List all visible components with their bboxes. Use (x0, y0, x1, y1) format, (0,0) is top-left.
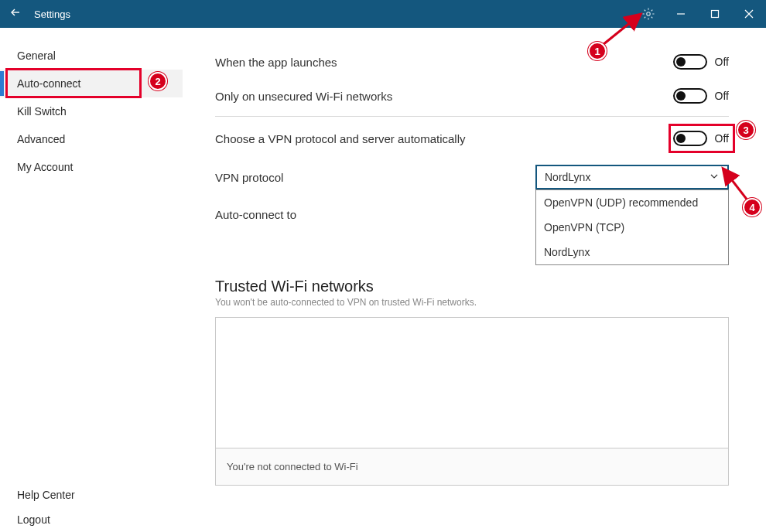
toggle-auto-protocol[interactable] (673, 131, 707, 146)
wifi-not-connected-notice: You're not connected to Wi-Fi (215, 448, 729, 486)
sidebar-item-kill-switch[interactable]: Kill Switch (0, 97, 183, 125)
window-title: Settings (34, 9, 70, 20)
setting-label: Only on unsecured Wi-Fi networks (215, 90, 673, 103)
setting-row-vpn-protocol: VPN protocol NordLynx OpenVPN (UDP) reco… (215, 160, 729, 194)
sidebar-item-my-account[interactable]: My Account (0, 153, 183, 181)
sidebar-item-advanced[interactable]: Advanced (0, 125, 183, 153)
trusted-networks-list (215, 317, 729, 448)
trusted-networks-heading: Trusted Wi-Fi networks (215, 278, 729, 295)
toggle-state-label: Off (715, 90, 729, 102)
minimize-button[interactable] (664, 0, 698, 28)
vpn-protocol-dropdown-list: OpenVPN (UDP) recommended OpenVPN (TCP) … (535, 189, 729, 265)
back-button[interactable] (0, 6, 31, 22)
dropdown-selected-value: NordLynx (545, 171, 590, 183)
maximize-button[interactable] (698, 0, 732, 28)
settings-window: Settings General Auto-connect (0, 0, 766, 532)
annotation-badge-2: 2 (149, 72, 167, 90)
toggle-app-launch[interactable] (673, 54, 707, 70)
setting-label: Choose a VPN protocol and server automat… (215, 132, 673, 145)
divider (215, 116, 729, 117)
gear-icon[interactable] (633, 0, 664, 28)
svg-rect-3 (712, 11, 719, 18)
sidebar-item-logout[interactable]: Logout (0, 507, 183, 532)
main-content: When the app launches Off Only on unsecu… (183, 28, 766, 532)
setting-row-auto-protocol: Choose a VPN protocol and server automat… (215, 121, 729, 155)
annotation-badge-4: 4 (743, 198, 761, 217)
toggle-unsecured-wifi[interactable] (673, 88, 707, 104)
toggle-state-label: Off (715, 132, 729, 145)
dropdown-option-openvpn-udp[interactable]: OpenVPN (UDP) recommended (536, 190, 728, 215)
sidebar-item-general[interactable]: General (0, 42, 183, 70)
setting-row-unsecured-wifi: Only on unsecured Wi-Fi networks Off (215, 79, 729, 113)
dropdown-option-openvpn-tcp[interactable]: OpenVPN (TCP) (536, 215, 728, 240)
chevron-down-icon (709, 171, 720, 184)
annotation-badge-1: 1 (588, 42, 607, 60)
setting-row-app-launch: When the app launches Off (215, 45, 729, 79)
sidebar-item-help-center[interactable]: Help Center (0, 483, 183, 507)
titlebar: Settings (0, 0, 766, 28)
close-button[interactable] (732, 0, 766, 28)
toggle-state-label: Off (715, 56, 729, 68)
setting-label: VPN protocol (215, 171, 535, 184)
vpn-protocol-dropdown[interactable]: NordLynx (535, 165, 729, 189)
sidebar: General Auto-connect Kill Switch Advance… (0, 28, 183, 532)
dropdown-option-nordlynx[interactable]: NordLynx (536, 240, 728, 264)
annotation-badge-3: 3 (737, 121, 755, 139)
trusted-networks-subtext: You won't be auto-connected to VPN on tr… (215, 297, 729, 308)
sidebar-item-label: Auto-connect (17, 77, 81, 90)
svg-point-1 (647, 12, 651, 16)
